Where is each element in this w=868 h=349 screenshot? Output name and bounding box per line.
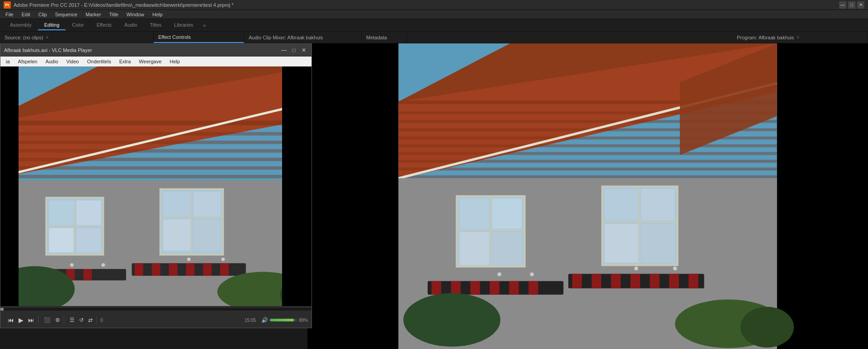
tab-editing[interactable]: Editing <box>38 20 66 30</box>
svg-point-46 <box>187 258 191 261</box>
vlc-extended-button[interactable]: ⚙ <box>53 316 62 324</box>
menu-sequence[interactable]: Sequence <box>52 11 81 18</box>
maximize-button[interactable]: □ <box>848 1 855 9</box>
svg-point-105 <box>497 272 501 276</box>
svg-rect-98 <box>669 274 679 288</box>
tab-audio[interactable]: Audio <box>118 20 143 30</box>
metadata-label: Metadata <box>366 35 387 40</box>
vlc-playlist-controls: ☰ ↺ ⇄ <box>66 316 97 324</box>
menu-edit[interactable]: Edit <box>18 11 34 18</box>
source-panel-menu-icon[interactable]: ≡ <box>46 35 49 40</box>
vlc-extra-controls: ⬛ ⚙ <box>40 316 64 324</box>
vlc-playlist-button[interactable]: ☰ <box>68 316 76 324</box>
svg-rect-39 <box>169 263 178 276</box>
menu-marker[interactable]: Marker <box>82 11 104 18</box>
audio-clip-mixer-panel-tab[interactable]: Audio Clip Mixer: Afbraak bakhuis <box>244 32 362 43</box>
vlc-menu-ondertitels[interactable]: Ondertitels <box>83 58 114 65</box>
tab-assembly[interactable]: Assembly <box>4 20 38 30</box>
app-icon: Pr <box>4 1 11 9</box>
svg-rect-37 <box>135 263 143 276</box>
menu-title[interactable]: Title <box>105 11 122 18</box>
menu-window[interactable]: Window <box>123 11 148 18</box>
svg-rect-61 <box>399 152 777 155</box>
svg-rect-93 <box>572 274 582 288</box>
vlc-menu-afspelen[interactable]: Afspelen <box>14 58 41 65</box>
vlc-next-button[interactable]: ⏭ <box>26 316 36 325</box>
svg-point-103 <box>634 267 638 271</box>
svg-rect-89 <box>470 281 480 295</box>
vlc-window[interactable]: Afbraak bakhuis.avi - VLC Media Player —… <box>0 43 312 328</box>
svg-rect-27 <box>193 192 221 217</box>
svg-rect-81 <box>641 189 675 221</box>
svg-rect-64 <box>399 175 777 178</box>
vlc-maximize-button[interactable]: □ <box>290 46 298 54</box>
workspace-more-button[interactable]: » <box>199 21 209 30</box>
menu-file[interactable]: File <box>2 11 17 18</box>
program-panel-menu-icon[interactable]: ≡ <box>797 35 800 40</box>
vlc-volume-bar[interactable] <box>270 319 297 321</box>
vlc-snapshot-button[interactable]: ⬛ <box>42 316 52 324</box>
svg-rect-74 <box>460 232 489 265</box>
vlc-menu-weergave[interactable]: Weergave <box>135 58 165 65</box>
svg-rect-18 <box>49 201 74 225</box>
tab-effects[interactable]: Effects <box>90 20 118 30</box>
vlc-volume-percentage: 89% <box>299 318 308 323</box>
svg-rect-19 <box>76 201 101 225</box>
svg-rect-99 <box>689 274 698 288</box>
svg-rect-26 <box>163 192 191 217</box>
menu-clip[interactable]: Clip <box>35 11 51 18</box>
vlc-play-button[interactable]: ▶ <box>17 316 25 325</box>
program-panel-tab[interactable]: Program: Afbraak bakhuis ≡ <box>732 32 868 43</box>
svg-rect-42 <box>220 263 229 276</box>
minimize-button[interactable]: — <box>839 1 846 9</box>
vlc-progress-bar[interactable] <box>0 308 311 311</box>
vlc-minimize-button[interactable]: — <box>280 46 288 54</box>
svg-rect-36 <box>83 269 92 280</box>
left-panel: Afbraak bakhuis.avi - VLC Media Player —… <box>0 43 307 349</box>
svg-rect-7 <box>19 149 282 153</box>
tab-titles[interactable]: Titles <box>143 20 168 30</box>
svg-rect-20 <box>49 228 74 252</box>
vlc-loop-button[interactable]: ↺ <box>77 316 85 324</box>
menu-help[interactable]: Help <box>149 11 166 18</box>
vlc-prev-button[interactable]: ⏮ <box>6 316 16 325</box>
vlc-random-button[interactable]: ⇄ <box>86 316 94 324</box>
source-panel-tab[interactable]: Source: (no clips) ≡ <box>0 32 154 43</box>
close-button[interactable]: ✕ <box>857 1 864 9</box>
vlc-video-area <box>0 66 311 306</box>
vlc-close-button[interactable]: ✕ <box>300 46 308 54</box>
metadata-panel-tab[interactable]: Metadata <box>362 32 407 43</box>
vlc-menu-audio[interactable]: Audio <box>42 58 61 65</box>
source-panel-label: Source: (no clips) <box>5 35 43 40</box>
vlc-menu-bar: ia Afspelen Audio Video Ondertitels Extr… <box>0 57 311 66</box>
svg-rect-83 <box>641 224 675 263</box>
vlc-title-bar: Afbraak bakhuis.avi - VLC Media Player —… <box>0 44 311 57</box>
svg-rect-72 <box>460 198 489 229</box>
tab-libraries[interactable]: Libraries <box>168 20 199 30</box>
vlc-time-current: 0 <box>100 318 103 323</box>
effect-controls-panel-tab[interactable]: Effect Controls <box>154 32 244 43</box>
svg-point-100 <box>403 293 500 347</box>
vlc-menu-ia[interactable]: ia <box>2 58 14 65</box>
vlc-menu-extra[interactable]: Extra <box>116 58 135 65</box>
svg-rect-21 <box>76 228 101 252</box>
menu-bar: File Edit Clip Sequence Marker Title Win… <box>0 10 868 19</box>
svg-rect-63 <box>399 168 777 170</box>
svg-rect-92 <box>528 281 538 295</box>
svg-rect-4 <box>19 121 282 125</box>
vlc-volume-fill <box>270 319 294 321</box>
vlc-menu-video[interactable]: Video <box>63 58 83 65</box>
vlc-volume-icon: 🔊 <box>261 317 268 323</box>
svg-rect-80 <box>605 189 638 221</box>
tab-color[interactable]: Color <box>66 20 90 30</box>
effect-controls-label: Effect Controls <box>158 34 191 40</box>
vlc-menu-help[interactable]: Help <box>166 58 184 65</box>
workspace-bar: Assembly Editing Color Effects Audio Tit… <box>0 19 868 32</box>
vlc-window-title: Afbraak bakhuis.avi - VLC Media Player <box>4 47 92 53</box>
vlc-transport-controls: ⏮ ▶ ⏭ <box>4 316 38 325</box>
svg-point-47 <box>222 258 225 261</box>
vlc-video-scene <box>19 66 282 306</box>
title-bar-left: Pr Adobe Premiere Pro CC 2017 - E:\Video… <box>4 1 233 9</box>
svg-rect-91 <box>509 281 519 295</box>
panel-headers: Source: (no clips) ≡ Effect Controls Aud… <box>0 32 868 43</box>
